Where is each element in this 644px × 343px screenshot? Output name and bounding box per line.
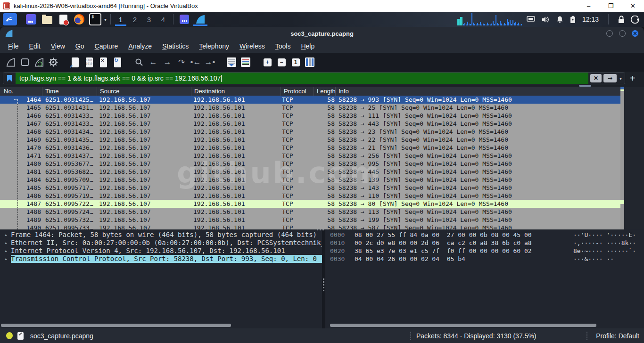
vm-minimize-button[interactable]: – [578, 0, 600, 12]
packet-row[interactable]: 14716251.0931437…192.168.56.107192.168.5… [0, 152, 620, 160]
menu-wireless[interactable]: Wireless [234, 40, 270, 53]
column-header-time[interactable]: Time [42, 87, 97, 96]
expand-arrow-icon[interactable]: ▸ [5, 231, 8, 239]
filter-bookmark-button[interactable] [3, 73, 16, 84]
detail-row[interactable]: ▸Transmission Control Protocol, Src Port… [0, 255, 322, 263]
packet-list-scrollbar[interactable] [620, 87, 624, 229]
pane-splitter[interactable] [322, 229, 325, 328]
workspace-button-2[interactable]: 2 [128, 12, 142, 26]
expert-info-indicator[interactable] [6, 332, 13, 339]
packet-row[interactable]: 14866251.0995719…192.168.56.107192.168.5… [0, 192, 620, 200]
packet-row[interactable]: 14846251.0995709…192.168.56.107192.168.5… [0, 176, 620, 184]
lock-screen-icon[interactable] [618, 16, 625, 24]
find-packet-button[interactable] [132, 55, 146, 69]
packet-row[interactable]: 14806251.0953677…192.168.56.107192.168.5… [0, 160, 620, 168]
launcher-file-manager[interactable] [41, 14, 53, 25]
kali-menu-button[interactable] [3, 13, 17, 25]
colorize-button[interactable] [239, 55, 253, 69]
packet-row[interactable]: 14666251.0931433…192.168.56.107192.168.5… [0, 112, 620, 120]
open-file-button[interactable]: ⬈ [68, 55, 82, 69]
hex-row[interactable]: 002038 65 e3 7e 03 e1 c5 7f f0 ff 00 00 … [325, 247, 644, 255]
packet-row[interactable]: 14676251.0931433…192.168.56.107192.168.5… [0, 120, 620, 128]
zoom-out-button[interactable]: − [274, 55, 289, 69]
go-last-packet-button[interactable]: →• [203, 55, 217, 69]
column-header-source[interactable]: Source [97, 87, 191, 96]
workspace-button-3[interactable]: 3 [142, 12, 156, 26]
column-header-info[interactable]: Info [336, 87, 644, 96]
menu-edit[interactable]: Edit [24, 40, 46, 53]
capture-comment-icon[interactable] [17, 332, 24, 340]
capture-options-button[interactable] [46, 55, 60, 69]
window-close-button[interactable]: ✕ [632, 30, 638, 37]
start-capture-button[interactable] [4, 55, 18, 69]
launcher-firefox[interactable] [73, 14, 85, 25]
hex-hscrollbar-thumb[interactable] [330, 324, 596, 327]
expand-arrow-icon[interactable]: ▸ [5, 255, 8, 263]
menu-analyze[interactable]: Analyze [123, 40, 157, 53]
launcher-terminal[interactable]: $ [89, 14, 101, 25]
go-back-button[interactable]: ← [146, 55, 160, 69]
menu-view[interactable]: View [46, 40, 70, 53]
menu-capture[interactable]: Capture [90, 40, 124, 53]
go-first-packet-button[interactable]: •← [189, 55, 203, 69]
packet-row[interactable]: 14906251.0995733…192.168.56.107192.168.5… [0, 224, 620, 229]
taskbar-window-files[interactable] [176, 12, 192, 26]
menu-file[interactable]: File [3, 40, 24, 53]
detail-row[interactable]: ▸Frame 1464: Packet, 58 bytes on wire (4… [0, 231, 322, 239]
window-maximize-button[interactable] [619, 30, 626, 37]
filter-clear-button[interactable]: ✕ [590, 74, 602, 82]
workspace-button-1[interactable]: 1 [114, 12, 128, 26]
packet-row[interactable]: 14656251.0931431…192.168.56.107192.168.5… [0, 104, 620, 112]
profile-indicator[interactable]: Profile: Default [596, 332, 639, 340]
expand-arrow-icon[interactable]: ▸ [5, 239, 8, 247]
packet-row[interactable]: 14876251.0995722…192.168.56.107192.168.5… [0, 200, 620, 208]
packet-row[interactable]: 14646251.0931425…192.168.56.107192.168.5… [0, 96, 620, 104]
column-header-length[interactable]: Length [314, 87, 336, 96]
taskbar-clock[interactable]: 12:13 [582, 16, 599, 23]
menu-telephony[interactable]: Telephony [194, 40, 234, 53]
packet-row[interactable]: 14896251.0995732…192.168.56.107192.168.5… [0, 216, 620, 224]
wireshark-titlebar[interactable]: soc3_capture.pcapng ✕ [0, 27, 644, 40]
go-forward-button[interactable]: → [160, 55, 174, 69]
packet-row[interactable]: 14816251.0953682…192.168.56.107192.168.5… [0, 168, 620, 176]
packet-row[interactable]: 14706251.0931436…192.168.56.107192.168.5… [0, 144, 620, 152]
taskbar-window-wireshark[interactable] [192, 12, 208, 26]
menu-help[interactable]: Help [296, 40, 320, 53]
packet-row[interactable]: 14856251.0995717…192.168.56.107192.168.5… [0, 184, 620, 192]
filter-apply-button[interactable]: ➞ [603, 74, 617, 82]
close-file-button[interactable]: ✕ [96, 55, 110, 69]
vm-close-button[interactable]: ✕ [622, 0, 644, 12]
launcher-files-app[interactable] [25, 14, 37, 25]
detail-row[interactable]: ▸Ethernet II, Src: 0a:00:27:00:00:0b (0a… [0, 239, 322, 247]
logout-icon[interactable] [631, 16, 639, 24]
expand-arrow-icon[interactable]: ▸ [5, 247, 8, 255]
filter-add-button[interactable]: + [630, 74, 636, 83]
details-hscrollbar-thumb[interactable] [1, 324, 231, 327]
chevron-down-icon[interactable]: ▾ [104, 17, 107, 22]
stop-capture-button[interactable] [18, 55, 32, 69]
column-header-no[interactable]: No. [0, 87, 42, 96]
launcher-text-editor[interactable] [57, 14, 69, 25]
window-minimize-button[interactable] [606, 30, 613, 37]
menu-tools[interactable]: Tools [270, 40, 296, 53]
resize-columns-button[interactable] [303, 55, 317, 69]
network-monitor-icon[interactable] [527, 16, 535, 23]
battery-icon[interactable] [570, 16, 576, 24]
workspace-button-4[interactable]: 4 [156, 12, 170, 26]
packet-row[interactable]: 14886251.0995724…192.168.56.107192.168.5… [0, 208, 620, 216]
auto-scroll-button[interactable] [224, 55, 239, 69]
volume-icon[interactable] [542, 16, 550, 23]
reload-file-button[interactable]: ↻ [110, 55, 124, 69]
hex-row[interactable]: 000008 00 27 55 ff 84 0a 00 27 00 00 0b … [325, 231, 644, 239]
zoom-in-button[interactable]: + [260, 55, 274, 69]
packet-row[interactable]: 14686251.0931434…192.168.56.107192.168.5… [0, 128, 620, 136]
notifications-bell-icon[interactable] [556, 16, 563, 23]
detail-row[interactable]: ▸Internet Protocol Version 4, Src: 192.1… [0, 247, 322, 255]
filter-dropdown-button[interactable]: ▾ [619, 76, 622, 81]
hex-row[interactable]: 001000 2c d0 e8 00 00 2d 06 ca c2 c0 a8 … [325, 239, 644, 247]
filter-input[interactable]: tcp.flags.syn == 1 && tcp.flags.ack == 0… [16, 73, 588, 84]
hex-row[interactable]: 003004 00 04 26 00 00 02 04 05 b4···&···… [325, 255, 644, 263]
restart-capture-button[interactable] [32, 55, 46, 69]
save-file-button[interactable]: 01011010 [82, 55, 96, 69]
zoom-normal-button[interactable]: 1 [289, 55, 303, 69]
